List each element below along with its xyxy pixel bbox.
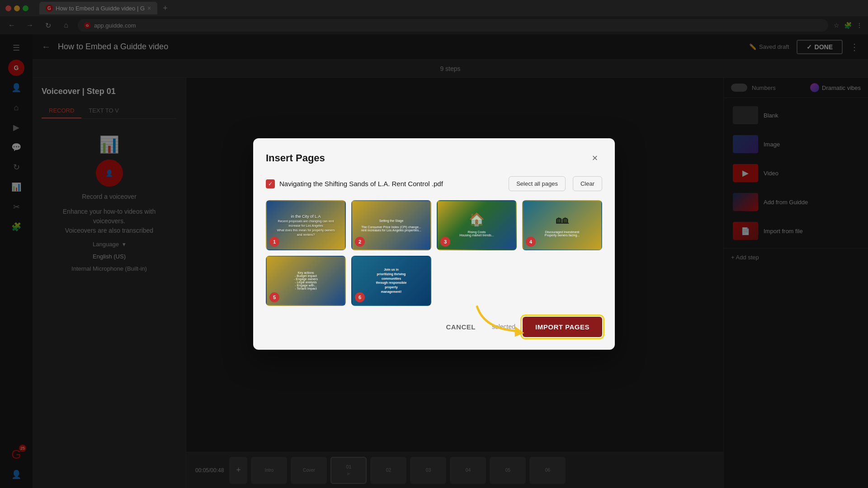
page-number-4: 4 [526,237,536,247]
page-thumb-5[interactable]: Key actions- Budget impact- Engage owner… [266,256,346,306]
file-name-label: Navigating the Shifting Sands of L.A. Re… [279,180,443,188]
page-number-1: 1 [269,237,279,247]
cancel-button[interactable]: CANCEL [437,318,485,336]
clear-button[interactable]: Clear [573,176,602,191]
page-thumb-2[interactable]: Setting the StageThe Consumer Price Inde… [351,200,431,250]
modal-close-button[interactable]: × [588,151,602,165]
modal-header: Insert Pages × [266,151,602,165]
page-thumb-6[interactable]: Join us inprioritizing thrivingcommuniti… [351,256,431,306]
page-thumb-3[interactable]: 🏠 Rising CostsHousing market trends... 3 [437,200,517,250]
page-number-5: 5 [269,292,279,302]
file-actions: Select all pages Clear [509,176,602,191]
modal-footer: CANCEL selected IMPORT PAGES [266,317,602,337]
select-all-pages-button[interactable]: Select all pages [509,176,566,191]
page-number-2: 2 [355,237,365,247]
page-thumb-1[interactable]: in the City of L.ARecent proposals are c… [266,200,346,250]
insert-pages-modal: Insert Pages × ✓ Navigating the Shifting… [253,138,615,349]
page-thumb-4[interactable]: 🏘 Discouraged InvestmentProperty owners … [522,200,602,250]
file-info: ✓ Navigating the Shifting Sands of L.A. … [266,179,443,188]
modal-title: Insert Pages [266,152,325,164]
house-icon-3: 🏠 [469,212,485,227]
page-number-6: 6 [355,292,365,302]
house-icon-4: 🏘 [556,212,569,227]
file-row: ✓ Navigating the Shifting Sands of L.A. … [266,176,602,191]
selected-count: selected [492,323,515,330]
page-number-3: 3 [440,237,450,247]
join-text: Join us inprioritizing thrivingcommuniti… [373,264,410,298]
pages-grid: in the City of L.ARecent proposals are c… [266,200,602,305]
modal-overlay: Insert Pages × ✓ Navigating the Shifting… [0,0,868,488]
import-pages-button[interactable]: IMPORT PAGES [523,317,602,337]
file-checkbox[interactable]: ✓ [266,179,275,188]
